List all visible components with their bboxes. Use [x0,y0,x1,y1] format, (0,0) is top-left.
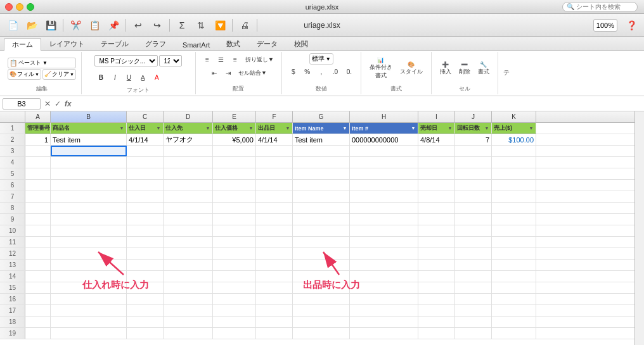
row-num-1[interactable]: 1 [0,123,25,134]
indent-left-button[interactable]: ⇤ [208,66,221,79]
rn15[interactable]: 15 [0,282,25,293]
tab-smartart[interactable]: SmartArt [174,39,218,50]
maximize-button[interactable] [27,3,34,11]
col-header-c[interactable]: C [127,111,164,122]
cell-j1[interactable]: 回転日数 ▼ [455,123,492,134]
tab-formula[interactable]: 数式 [218,37,248,50]
align-center-button[interactable]: ☰ [215,53,228,66]
cell-k2[interactable]: $100.00 [492,134,536,145]
cell-c1[interactable]: 仕入日 ▼ [127,123,164,134]
cell-c2[interactable]: 4/1/14 [127,134,164,145]
rn11[interactable]: 11 [0,237,25,248]
percent-button[interactable]: % [301,65,314,78]
font-size-select[interactable]: 12 [159,55,182,66]
c-e3[interactable] [213,146,256,156]
col-header-a[interactable]: A [25,111,51,122]
dropdown-k1[interactable]: ▼ [527,124,535,132]
new-button[interactable]: 📄 [4,16,22,34]
cell-h1[interactable]: Item # ▼ [350,123,418,134]
cell-reference[interactable]: B3 [3,98,41,110]
formula-input[interactable] [75,98,641,110]
minimize-button[interactable] [16,3,23,11]
rn6[interactable]: 6 [0,180,25,191]
tab-review[interactable]: 校閲 [286,37,316,50]
comma-button[interactable]: , [315,65,328,78]
cell-k1[interactable]: 売上($) ▼ [492,123,536,134]
c-g3[interactable] [293,146,350,156]
font-color-button[interactable]: A [150,71,163,84]
save-button[interactable]: 💾 [42,16,60,34]
sort-button[interactable]: ⇅ [192,16,210,34]
cell-a2[interactable]: 1 [25,134,51,145]
c-b3[interactable] [51,146,127,156]
cell-f2[interactable]: 4/1/14 [256,134,293,145]
format-button[interactable]: 🔧書式 [475,56,493,81]
confirm-formula-icon[interactable]: ✓ [53,99,62,109]
wrap-button[interactable]: 折り返し▼ [243,53,276,66]
row-num-2[interactable]: 2 [0,134,25,145]
cancel-formula-icon[interactable]: ✕ [43,99,52,109]
col-header-d[interactable]: D [164,111,213,122]
cell-i2[interactable]: 4/8/14 [418,134,455,145]
decrease-decimal-button[interactable]: 0. [343,65,356,78]
dropdown-i1[interactable]: ▼ [446,124,454,132]
rn17[interactable]: 17 [0,305,25,316]
col-header-b[interactable]: B [51,111,127,122]
rn9[interactable]: 9 [0,214,25,225]
col-header-f[interactable]: F [256,111,293,122]
fill-btn[interactable]: 🎨フィル▼ [8,69,41,80]
c-h3[interactable] [350,146,418,156]
underline-button[interactable]: U [122,71,135,84]
dropdown-g1[interactable]: ▼ [341,125,349,132]
tab-layout[interactable]: レイアウト [41,37,93,50]
col-header-h[interactable]: H [350,111,418,122]
dropdown-c1[interactable]: ▼ [155,124,162,132]
c-f3[interactable] [256,146,293,156]
cell-d1[interactable]: 仕入先 ▼ [164,123,213,134]
cell-g1[interactable]: Item Name ▼ [293,123,350,134]
paste-dropdown[interactable]: ▼ [42,60,48,66]
dropdown-f1[interactable]: ▼ [284,124,292,132]
cell-b1[interactable]: 商品名 ▼ [51,123,127,134]
rn3[interactable]: 3 [0,146,25,156]
rn4[interactable]: 4 [0,157,25,168]
insert-button[interactable]: ➕挿入 [437,56,454,81]
italic-button[interactable]: I [108,71,121,84]
indent-right-button[interactable]: ⇥ [222,66,235,79]
dropdown-a1[interactable]: ▼ [42,124,49,132]
tab-table[interactable]: テーブル [93,37,137,50]
search-input[interactable] [576,3,633,10]
dropdown-h1[interactable]: ▼ [409,125,417,132]
font-family-select[interactable]: MS Pゴシック... [94,55,158,66]
rn14[interactable]: 14 [0,271,25,282]
redo-button[interactable]: ↪ [148,16,166,34]
cell-e1[interactable]: 仕入価格 ▼ [213,123,256,134]
col-header-j[interactable]: J [455,111,492,122]
paste-button[interactable]: 📌 [105,16,122,34]
cell-h2[interactable]: 000000000000 [350,134,418,145]
col-header-g[interactable]: G [293,111,350,122]
c-a3[interactable] [25,146,51,156]
cell-f1[interactable]: 出品日 ▼ [256,123,293,134]
c-k3[interactable] [492,146,536,156]
dropdown-e1[interactable]: ▼ [247,124,255,132]
align-right-button[interactable]: ≡ [229,53,242,66]
dropdown-j1[interactable]: ▼ [483,124,491,132]
close-button[interactable] [5,3,13,11]
tab-graph[interactable]: グラフ [137,37,174,50]
col-header-e[interactable]: E [213,111,256,122]
number-format-dropdown[interactable]: ▼ [326,56,331,62]
cell-b2[interactable]: Test item [51,134,127,145]
cell-e2[interactable]: ¥5,000 [213,134,256,145]
cell-a1[interactable]: 管理番号 ▼ [25,123,51,134]
dropdown-d1[interactable]: ▼ [204,124,212,132]
open-button[interactable]: 📂 [23,16,41,34]
filter-button[interactable]: 🔽 [211,16,229,34]
rn8[interactable]: 8 [0,203,25,213]
undo-button[interactable]: ↩ [129,16,147,34]
conditional-format-button[interactable]: 📊条件付き書式 [366,56,396,81]
highlight-button[interactable]: A̲ [136,71,149,84]
print-button[interactable]: 🖨 [236,16,254,34]
rn12[interactable]: 12 [0,248,25,259]
delete-button[interactable]: ➖削除 [456,56,473,81]
